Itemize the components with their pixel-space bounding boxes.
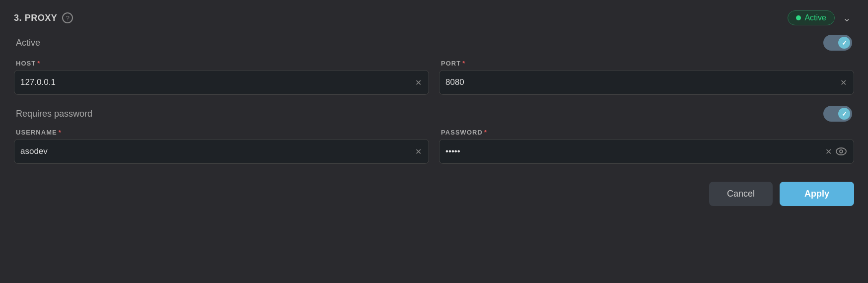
password-required-star: * [484,129,487,136]
active-dot-icon [796,15,801,20]
section-title: 3. PROXY [14,13,57,23]
port-input-wrapper: ✕ [439,70,854,95]
requires-password-label: Requires password [16,109,92,119]
username-field-group: USERNAME* ✕ [14,129,429,164]
port-label: PORT* [439,60,854,67]
active-toggle[interactable]: ✓ [823,35,852,51]
host-field-group: HOST* ✕ [14,60,429,95]
password-field-group: PASSWORD* ✕ [439,129,854,164]
active-status-badge: Active [788,10,835,25]
toggle-track: ✓ [823,35,852,51]
help-icon[interactable]: ? [62,12,73,23]
active-label: Active [16,38,40,48]
host-required-star: * [37,60,40,67]
header-right: Active ⌄ [788,10,854,26]
credentials-section: USERNAME* ✕ PASSWORD* ✕ [14,129,854,164]
apply-button[interactable]: Apply [780,182,854,206]
username-input[interactable] [20,146,414,156]
requires-toggle-thumb: ✓ [838,108,850,120]
host-input[interactable] [20,77,414,87]
actions-row: Cancel Apply [14,182,854,206]
port-clear-button[interactable]: ✕ [839,78,848,87]
credentials-row: USERNAME* ✕ PASSWORD* ✕ [14,129,854,164]
host-label: HOST* [14,60,429,67]
host-port-row: HOST* ✕ PORT* ✕ [14,60,854,95]
cancel-button[interactable]: Cancel [709,182,773,206]
toggle-check-icon: ✓ [842,39,847,47]
password-reveal-button[interactable] [835,147,848,155]
panel-header: 3. PROXY ? Active ⌄ [14,10,854,26]
port-input[interactable] [445,77,839,87]
password-label: PASSWORD* [439,129,854,136]
host-clear-button[interactable]: ✕ [414,78,423,87]
password-input-wrapper: ✕ [439,139,854,164]
port-field-group: PORT* ✕ [439,60,854,95]
username-required-star: * [59,129,62,136]
svg-point-0 [836,148,846,155]
header-left: 3. PROXY ? [14,12,73,23]
host-input-wrapper: ✕ [14,70,429,95]
username-label: USERNAME* [14,129,429,136]
requires-password-row: Requires password ✓ [14,106,854,122]
username-input-wrapper: ✕ [14,139,429,164]
password-clear-button[interactable]: ✕ [824,147,833,156]
proxy-panel: 3. PROXY ? Active ⌄ Active ✓ [0,0,868,283]
requires-toggle-check-icon: ✓ [842,110,847,118]
requires-toggle-track: ✓ [823,106,852,122]
requires-password-toggle[interactable]: ✓ [823,106,852,122]
host-port-section: HOST* ✕ PORT* ✕ [14,60,854,95]
port-required-star: * [462,60,465,67]
collapse-button[interactable]: ⌄ [840,10,854,26]
svg-point-1 [840,150,843,153]
toggle-thumb: ✓ [838,37,850,49]
username-clear-button[interactable]: ✕ [414,147,423,156]
password-input[interactable] [445,146,824,156]
active-toggle-row: Active ✓ [14,35,854,51]
